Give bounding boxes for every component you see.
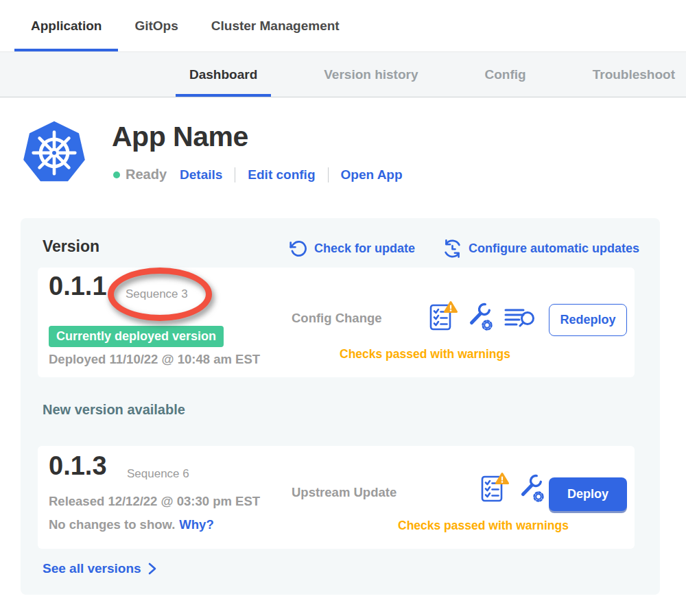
- configure-auto-updates-link[interactable]: Configure automatic updates: [442, 239, 639, 259]
- why-link[interactable]: Why?: [179, 517, 213, 532]
- checks-warning-label: Checks passed with warnings: [398, 519, 569, 533]
- details-link[interactable]: Details: [180, 167, 222, 182]
- tab-cluster-management[interactable]: Cluster Management: [195, 0, 356, 51]
- check-for-update-link[interactable]: Check for update: [289, 239, 415, 258]
- config-wrench-icon[interactable]: [466, 300, 495, 332]
- version-action-icons: [480, 472, 547, 504]
- version-card: Version Check for update Configure autom…: [21, 218, 660, 595]
- redeploy-button[interactable]: Redeploy: [549, 304, 627, 336]
- app-dashboard-screen: Application GitOps Cluster Management Da…: [0, 0, 686, 616]
- refresh-icon: [289, 239, 308, 258]
- new-version-heading: New version available: [43, 402, 185, 418]
- sub-nav: Dashboard Version history Config Trouble…: [0, 52, 686, 97]
- configure-auto-updates-label: Configure automatic updates: [469, 241, 639, 256]
- version-card-actions: Check for update Configure automatic upd…: [289, 239, 639, 259]
- preflight-checks-warning-icon[interactable]: [429, 300, 458, 332]
- deployed-timestamp: Deployed 11/10/22 @ 10:48 am EST: [49, 352, 260, 367]
- view-diff-icon[interactable]: [504, 303, 536, 332]
- edit-config-link[interactable]: Edit config: [248, 167, 315, 182]
- available-version-sequence: Sequence 6: [127, 467, 189, 481]
- ready-status-label: Ready: [126, 167, 167, 182]
- currently-deployed-badge: Currently deployed version: [49, 326, 224, 347]
- scheduled-update-icon: [442, 239, 462, 259]
- app-header: App Name Ready Details Edit config Open …: [0, 97, 686, 207]
- app-status-row: Ready Details Edit config Open App: [113, 167, 403, 182]
- version-source-label: Config Change: [292, 311, 382, 326]
- current-version-sequence: Sequence 3: [126, 287, 188, 301]
- divider: [328, 167, 329, 182]
- page-title: App Name: [112, 121, 248, 153]
- no-changes-text: No changes to show.: [49, 517, 175, 532]
- top-nav: Application GitOps Cluster Management: [0, 0, 686, 52]
- checks-warning-label: Checks passed with warnings: [340, 347, 510, 362]
- released-timestamp: Released 12/12/22 @ 03:30 pm EST: [49, 494, 260, 509]
- tab-version-history[interactable]: Version history: [310, 52, 431, 97]
- no-changes-label: No changes to show.Why?: [49, 517, 214, 532]
- see-all-versions-label: See all versions: [43, 561, 141, 576]
- tab-application[interactable]: Application: [14, 0, 118, 51]
- ready-status-dot: [113, 171, 120, 178]
- tab-gitops[interactable]: GitOps: [118, 0, 194, 51]
- config-wrench-icon[interactable]: [518, 472, 547, 504]
- divider: [235, 167, 235, 182]
- see-all-versions-link[interactable]: See all versions: [43, 561, 156, 576]
- version-heading: Version: [43, 237, 99, 256]
- kubernetes-logo-icon: [23, 119, 86, 185]
- preflight-checks-warning-icon[interactable]: [480, 472, 509, 504]
- tab-troubleshoot[interactable]: Troubleshoot: [579, 52, 686, 97]
- tab-dashboard[interactable]: Dashboard: [176, 52, 271, 97]
- available-version-number: 0.1.3: [49, 451, 107, 481]
- tab-config[interactable]: Config: [471, 52, 540, 97]
- version-action-icons: [429, 300, 536, 332]
- check-for-update-label: Check for update: [314, 241, 415, 256]
- current-version-number: 0.1.1: [49, 272, 107, 301]
- open-app-link[interactable]: Open App: [341, 167, 403, 182]
- available-version-row: 0.1.3 Sequence 6 Released 12/12/22 @ 03:…: [38, 446, 635, 549]
- deploy-button[interactable]: Deploy: [549, 477, 627, 511]
- chevron-right-icon: [148, 562, 156, 576]
- version-source-label: Upstream Update: [292, 485, 397, 500]
- current-version-row: 0.1.1 Sequence 3 Currently deployed vers…: [38, 268, 635, 377]
